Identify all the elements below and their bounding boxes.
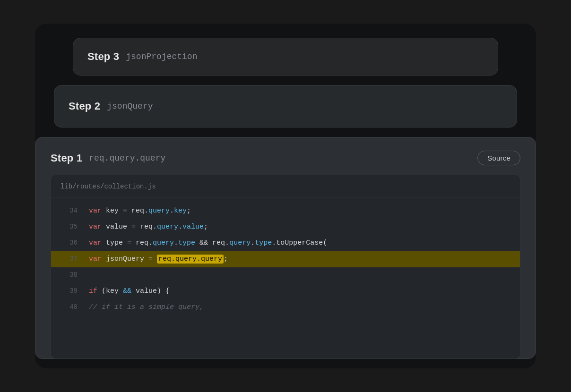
code-content-36: var type = req.query.type && req.query.t… (89, 237, 327, 249)
comment-40: // if it is a simple query, (89, 303, 204, 311)
prop-query-34: query (148, 207, 170, 215)
prop-type-36b: type (255, 239, 272, 247)
code-content-40: // if it is a simple query, (89, 301, 204, 314)
code-line-35: 35 var value = req.query.value; (51, 219, 520, 235)
step2-card: Step 2 jsonQuery (54, 85, 517, 128)
code-panel: lib/routes/collection.js 34 var key = re… (51, 175, 520, 359)
text-34: key = req. (106, 207, 148, 215)
code-line-34: 34 var key = req.query.key; (51, 203, 520, 219)
kw-var-36: var (89, 239, 102, 247)
line-num-39: 39 (61, 286, 78, 297)
line-num-37: 37 (61, 254, 78, 265)
kw-if-39: if (89, 287, 97, 295)
step3-subtitle: jsonProjection (126, 52, 197, 61)
code-line-40: 40 // if it is a simple query, (51, 299, 520, 315)
kw-var-34: var (89, 207, 102, 215)
prop-key-34: key (174, 207, 187, 215)
code-content-39: if (key && value) { (89, 285, 170, 298)
and-and-39: && (123, 287, 131, 295)
line-num-35: 35 (61, 222, 78, 233)
code-content-34: var key = req.query.key; (89, 205, 191, 217)
step1-subtitle: req.query.query (89, 153, 165, 163)
prop-value-35: value (182, 223, 204, 231)
file-path: lib/routes/collection.js (51, 183, 520, 197)
line-num-34: 34 (61, 205, 78, 217)
prop-query-36a: query (153, 239, 174, 247)
line-num-38: 38 (61, 270, 78, 281)
step2-subtitle: jsonQuery (107, 102, 153, 111)
prop-type-36a: type (178, 239, 195, 247)
prop-query-36b: query (229, 239, 251, 247)
step3-label: Step 3 (87, 51, 119, 63)
kw-var-35: var (89, 223, 102, 231)
code-content-37: var jsonQuery = req.query.query; (89, 253, 228, 265)
source-button[interactable]: Source (477, 151, 520, 165)
step3-card: Step 3 jsonProjection (73, 38, 498, 76)
step2-label: Step 2 (69, 100, 100, 112)
code-lines: 34 var key = req.query.key; 35 var value… (51, 201, 520, 317)
code-content-35: var value = req.query.value; (89, 221, 208, 233)
step1-label: Step 1 (51, 152, 82, 164)
code-line-36: 36 var type = req.query.type && req.quer… (51, 235, 520, 251)
code-line-37: 37 var jsonQuery = req.query.query; (51, 251, 520, 267)
highlighted-expression-37: req.query.query (157, 255, 224, 264)
code-line-38: 38 (51, 267, 520, 283)
code-line-39: 39 if (key && value) { (51, 283, 520, 299)
step1-header: Step 1 req.query.query Source (51, 151, 520, 165)
kw-var-37: var (89, 255, 102, 263)
line-num-40: 40 (61, 302, 78, 313)
prop-query-35: query (157, 223, 178, 231)
line-num-36: 36 (61, 238, 78, 249)
step1-card: Step 1 req.query.query Source lib/routes… (35, 137, 536, 359)
